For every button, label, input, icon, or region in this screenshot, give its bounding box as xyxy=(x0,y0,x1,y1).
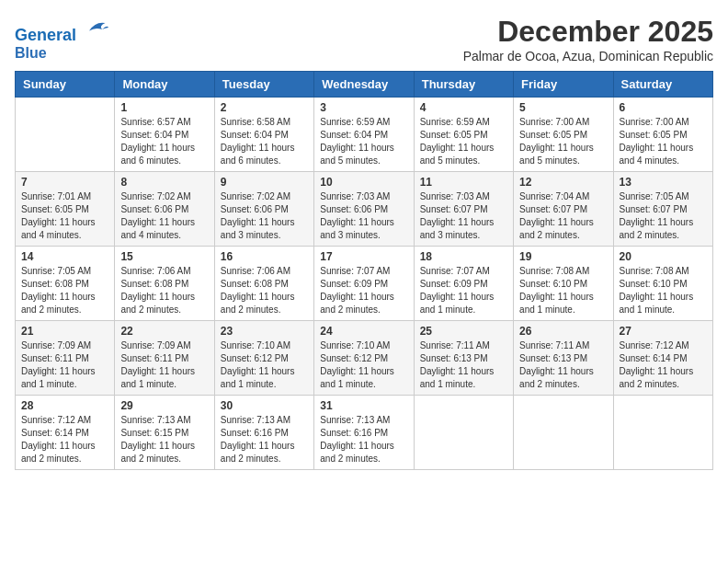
day-number: 31 xyxy=(320,399,407,412)
day-info: Sunrise: 7:13 AMSunset: 6:15 PMDaylight:… xyxy=(120,414,208,465)
day-number: 8 xyxy=(120,176,208,189)
day-number: 10 xyxy=(320,176,407,189)
calendar-cell: 12Sunrise: 7:04 AMSunset: 6:07 PMDayligh… xyxy=(514,172,613,247)
day-info: Sunrise: 7:08 AMSunset: 6:10 PMDaylight:… xyxy=(620,265,707,316)
title-block: December 2025 Palmar de Ocoa, Azua, Domi… xyxy=(463,15,713,63)
calendar-cell: 31Sunrise: 7:13 AMSunset: 6:16 PMDayligh… xyxy=(314,396,414,470)
calendar-cell: 6Sunrise: 7:00 AMSunset: 6:05 PMDaylight… xyxy=(613,98,712,172)
calendar-cell: 11Sunrise: 7:03 AMSunset: 6:07 PMDayligh… xyxy=(414,172,513,247)
day-info: Sunrise: 6:59 AMSunset: 6:05 PMDaylight:… xyxy=(420,116,507,167)
day-number: 1 xyxy=(120,101,208,114)
location-title: Palmar de Ocoa, Azua, Dominican Republic xyxy=(463,49,713,63)
calendar-cell: 10Sunrise: 7:03 AMSunset: 6:06 PMDayligh… xyxy=(314,172,414,247)
day-info: Sunrise: 6:57 AMSunset: 6:04 PMDaylight:… xyxy=(120,116,208,167)
day-number: 4 xyxy=(420,101,507,114)
day-info: Sunrise: 7:04 AMSunset: 6:07 PMDaylight:… xyxy=(519,190,607,242)
page-header: General Blue December 2025 Palmar de Oco… xyxy=(15,15,713,63)
day-number: 6 xyxy=(620,101,707,114)
day-info: Sunrise: 7:11 AMSunset: 6:13 PMDaylight:… xyxy=(420,339,507,391)
calendar-cell: 30Sunrise: 7:13 AMSunset: 6:16 PMDayligh… xyxy=(214,396,313,470)
day-header-sunday: Sunday xyxy=(16,72,115,98)
calendar-cell: 16Sunrise: 7:06 AMSunset: 6:08 PMDayligh… xyxy=(214,247,313,321)
day-header-saturday: Saturday xyxy=(613,72,712,98)
calendar-cell: 20Sunrise: 7:08 AMSunset: 6:10 PMDayligh… xyxy=(613,247,712,321)
day-info: Sunrise: 7:03 AMSunset: 6:07 PMDaylight:… xyxy=(420,190,507,242)
day-info: Sunrise: 7:07 AMSunset: 6:09 PMDaylight:… xyxy=(420,265,507,316)
day-number: 26 xyxy=(519,325,607,338)
day-number: 3 xyxy=(320,101,407,114)
calendar-header-row: SundayMondayTuesdayWednesdayThursdayFrid… xyxy=(16,72,713,98)
day-info: Sunrise: 7:10 AMSunset: 6:12 PMDaylight:… xyxy=(221,339,308,391)
calendar-cell: 21Sunrise: 7:09 AMSunset: 6:11 PMDayligh… xyxy=(16,321,115,396)
calendar-table: SundayMondayTuesdayWednesdayThursdayFrid… xyxy=(15,71,713,470)
calendar-cell: 15Sunrise: 7:06 AMSunset: 6:08 PMDayligh… xyxy=(115,247,214,321)
logo-text2: Blue xyxy=(15,45,108,62)
calendar-cell: 9Sunrise: 7:02 AMSunset: 6:06 PMDaylight… xyxy=(214,172,313,247)
day-number: 5 xyxy=(519,101,607,114)
logo-text: General xyxy=(15,15,108,45)
day-number: 12 xyxy=(519,176,607,189)
day-info: Sunrise: 7:07 AMSunset: 6:09 PMDaylight:… xyxy=(320,265,407,316)
day-info: Sunrise: 7:02 AMSunset: 6:06 PMDaylight:… xyxy=(120,190,208,242)
calendar-cell: 18Sunrise: 7:07 AMSunset: 6:09 PMDayligh… xyxy=(414,247,513,321)
day-header-friday: Friday xyxy=(514,72,613,98)
day-info: Sunrise: 6:58 AMSunset: 6:04 PMDaylight:… xyxy=(221,116,308,167)
day-number: 2 xyxy=(221,101,308,114)
logo-bird-icon xyxy=(83,15,108,40)
day-info: Sunrise: 7:00 AMSunset: 6:05 PMDaylight:… xyxy=(519,116,607,167)
day-info: Sunrise: 7:01 AMSunset: 6:05 PMDaylight:… xyxy=(21,190,108,242)
day-number: 24 xyxy=(320,325,407,338)
day-info: Sunrise: 7:06 AMSunset: 6:08 PMDaylight:… xyxy=(221,265,308,316)
calendar-cell: 1Sunrise: 6:57 AMSunset: 6:04 PMDaylight… xyxy=(115,98,214,172)
day-info: Sunrise: 7:02 AMSunset: 6:06 PMDaylight:… xyxy=(221,190,308,242)
day-info: Sunrise: 7:12 AMSunset: 6:14 PMDaylight:… xyxy=(620,339,707,391)
day-header-monday: Monday xyxy=(115,72,214,98)
day-info: Sunrise: 7:09 AMSunset: 6:11 PMDaylight:… xyxy=(21,339,108,391)
day-info: Sunrise: 7:13 AMSunset: 6:16 PMDaylight:… xyxy=(221,414,308,465)
calendar-cell: 24Sunrise: 7:10 AMSunset: 6:12 PMDayligh… xyxy=(314,321,414,396)
calendar-cell: 4Sunrise: 6:59 AMSunset: 6:05 PMDaylight… xyxy=(414,98,513,172)
day-number: 15 xyxy=(120,250,208,263)
calendar-cell: 5Sunrise: 7:00 AMSunset: 6:05 PMDaylight… xyxy=(514,98,613,172)
calendar-cell xyxy=(414,396,513,470)
calendar-cell: 26Sunrise: 7:11 AMSunset: 6:13 PMDayligh… xyxy=(514,321,613,396)
day-number: 22 xyxy=(120,325,208,338)
day-number: 17 xyxy=(320,250,407,263)
calendar-cell: 23Sunrise: 7:10 AMSunset: 6:12 PMDayligh… xyxy=(214,321,313,396)
day-info: Sunrise: 7:06 AMSunset: 6:08 PMDaylight:… xyxy=(120,265,208,316)
calendar-cell: 7Sunrise: 7:01 AMSunset: 6:05 PMDaylight… xyxy=(16,172,115,247)
calendar-cell: 19Sunrise: 7:08 AMSunset: 6:10 PMDayligh… xyxy=(514,247,613,321)
day-number: 18 xyxy=(420,250,507,263)
calendar-cell: 17Sunrise: 7:07 AMSunset: 6:09 PMDayligh… xyxy=(314,247,414,321)
calendar-cell: 27Sunrise: 7:12 AMSunset: 6:14 PMDayligh… xyxy=(613,321,712,396)
day-number: 13 xyxy=(620,176,707,189)
day-info: Sunrise: 7:03 AMSunset: 6:06 PMDaylight:… xyxy=(320,190,407,242)
calendar-cell xyxy=(613,396,712,470)
logo: General Blue xyxy=(15,15,108,61)
calendar-week-1: 1Sunrise: 6:57 AMSunset: 6:04 PMDaylight… xyxy=(16,98,713,172)
day-number: 25 xyxy=(420,325,507,338)
calendar-cell: 22Sunrise: 7:09 AMSunset: 6:11 PMDayligh… xyxy=(115,321,214,396)
calendar-week-3: 14Sunrise: 7:05 AMSunset: 6:08 PMDayligh… xyxy=(16,247,713,321)
day-number: 14 xyxy=(21,250,108,263)
day-info: Sunrise: 7:08 AMSunset: 6:10 PMDaylight:… xyxy=(519,265,607,316)
day-info: Sunrise: 7:05 AMSunset: 6:08 PMDaylight:… xyxy=(21,265,108,316)
calendar-cell: 14Sunrise: 7:05 AMSunset: 6:08 PMDayligh… xyxy=(16,247,115,321)
calendar-cell: 29Sunrise: 7:13 AMSunset: 6:15 PMDayligh… xyxy=(115,396,214,470)
calendar-cell: 8Sunrise: 7:02 AMSunset: 6:06 PMDaylight… xyxy=(115,172,214,247)
day-number: 21 xyxy=(21,325,108,338)
calendar-cell: 3Sunrise: 6:59 AMSunset: 6:04 PMDaylight… xyxy=(314,98,414,172)
calendar-cell: 13Sunrise: 7:05 AMSunset: 6:07 PMDayligh… xyxy=(613,172,712,247)
day-header-tuesday: Tuesday xyxy=(214,72,313,98)
day-number: 29 xyxy=(120,399,208,412)
day-info: Sunrise: 7:09 AMSunset: 6:11 PMDaylight:… xyxy=(120,339,208,391)
calendar-week-2: 7Sunrise: 7:01 AMSunset: 6:05 PMDaylight… xyxy=(16,172,713,247)
month-title: December 2025 xyxy=(463,15,713,49)
calendar-cell: 28Sunrise: 7:12 AMSunset: 6:14 PMDayligh… xyxy=(16,396,115,470)
day-header-thursday: Thursday xyxy=(414,72,513,98)
day-info: Sunrise: 7:05 AMSunset: 6:07 PMDaylight:… xyxy=(620,190,707,242)
calendar-cell: 2Sunrise: 6:58 AMSunset: 6:04 PMDaylight… xyxy=(214,98,313,172)
day-number: 28 xyxy=(21,399,108,412)
day-number: 20 xyxy=(620,250,707,263)
day-header-wednesday: Wednesday xyxy=(314,72,414,98)
